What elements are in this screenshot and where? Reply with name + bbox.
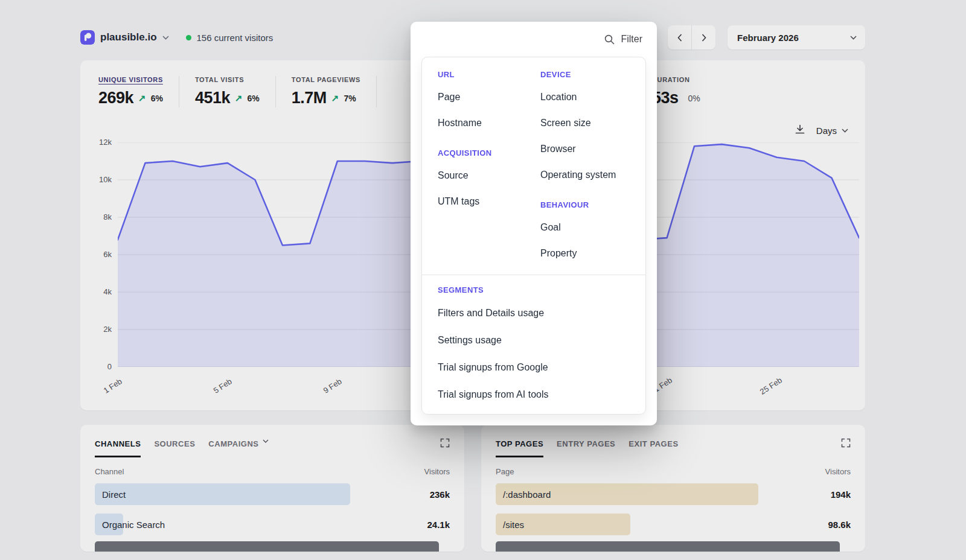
segment-filters-and-details-usage[interactable]: Filters and Details usage <box>438 299 630 326</box>
filter-option-location[interactable]: Location <box>540 84 630 110</box>
filter-option-source[interactable]: Source <box>438 162 540 188</box>
filter-option-hostname[interactable]: Hostname <box>438 110 540 136</box>
filter-option-screen-size[interactable]: Screen size <box>540 110 630 136</box>
segment-trial-signups-from-ai-tools[interactable]: Trial signups from AI tools <box>438 381 630 408</box>
filter-column-left: URL Page Hostname ACQUISITION Source UTM… <box>438 65 540 266</box>
segment-settings-usage[interactable]: Settings usage <box>438 326 630 354</box>
filter-option-operating-system[interactable]: Operating system <box>540 162 630 188</box>
filter-option-property[interactable]: Property <box>540 240 630 266</box>
filter-search[interactable]: Filter <box>411 22 657 57</box>
filter-option-goal[interactable]: Goal <box>540 214 630 240</box>
filter-column-right: DEVICE Location Screen size Browser Oper… <box>540 65 630 266</box>
divider <box>422 275 645 275</box>
filter-search-placeholder: Filter <box>621 34 642 45</box>
filter-option-browser[interactable]: Browser <box>540 136 630 162</box>
search-icon <box>604 34 615 45</box>
filter-group-title-behaviour: BEHAVIOUR <box>540 195 630 214</box>
filter-group-title-url: URL <box>438 65 540 84</box>
filter-group-title-segments: SEGMENTS <box>438 280 630 299</box>
filter-option-page[interactable]: Page <box>438 84 540 110</box>
filter-group-title-acquisition: ACQUISITION <box>438 143 540 162</box>
filter-option-utm-tags[interactable]: UTM tags <box>438 188 540 214</box>
segment-trial-signups-from-google[interactable]: Trial signups from Google <box>438 354 630 381</box>
filter-group-title-device: DEVICE <box>540 65 630 84</box>
filter-options-panel: URL Page Hostname ACQUISITION Source UTM… <box>421 57 646 415</box>
segments-section: SEGMENTS Filters and Details usage Setti… <box>438 280 630 408</box>
filter-modal: Filter URL Page Hostname ACQUISITION Sou… <box>411 22 657 425</box>
